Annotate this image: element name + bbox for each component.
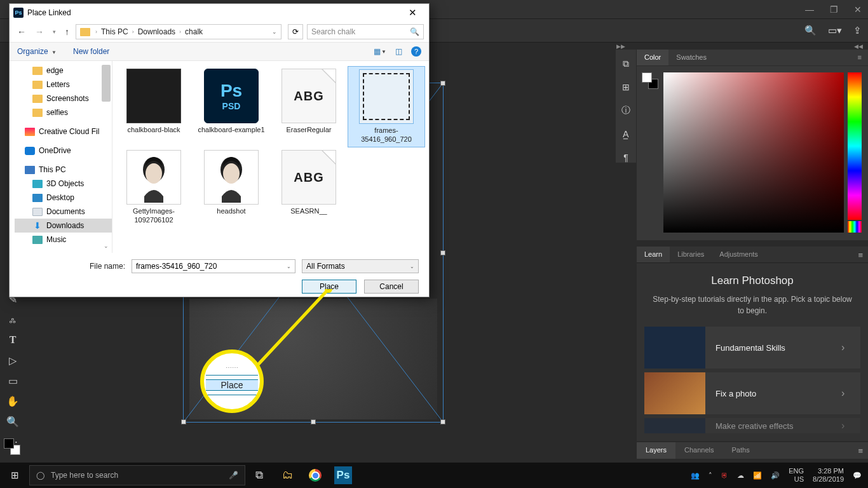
hand-tool[interactable]: ✋ [4,394,22,408]
help-button[interactable]: ? [411,46,421,57]
tree-item[interactable]: selfies [15,105,112,119]
color-fg-bg[interactable] [642,72,658,89]
tree-item[interactable]: Letters [15,78,112,92]
nav-back-button[interactable]: ← [15,27,29,37]
paragraph-panel-icon[interactable]: ¶ [623,152,628,163]
volume-icon[interactable]: 🔊 [771,471,780,480]
search-icon[interactable]: 🔍 [804,25,817,36]
character-panel-icon[interactable]: A̲ [623,129,629,140]
clock[interactable]: 3:28 PM8/28/2019 [813,467,844,484]
file-grid[interactable]: chalkboard-blackPsPSDchalkboard-example1… [112,61,429,253]
file-item[interactable]: headshot [193,147,270,229]
view-mode-button[interactable]: ▦ ▼ [374,47,386,56]
place-button[interactable]: Place [302,280,356,294]
lesson-item[interactable]: Fix a photo › [644,372,860,414]
start-button[interactable]: ⊞ [0,470,29,481]
restore-button[interactable]: ❐ [830,4,838,15]
refresh-button[interactable]: ⟳ [288,24,303,39]
new-folder-button[interactable]: New folder [73,47,109,56]
chrome-taskbar[interactable] [301,463,329,488]
tab-learn[interactable]: Learn [637,247,670,262]
minimize-button[interactable]: — [805,4,814,15]
panel-menu-icon[interactable]: ≡ [858,250,863,260]
file-item[interactable]: GettyImages-1092706102 [115,147,193,229]
path-select-tool[interactable]: ▷ [4,353,22,367]
tab-swatches[interactable]: Swatches [668,50,714,65]
tree-scrollbar[interactable] [102,65,111,102]
fg-bg-swatch[interactable] [4,438,20,455]
tab-layers[interactable]: Layers [637,442,675,459]
file-item[interactable]: ABGSEASRN__ [270,147,348,229]
wifi-icon[interactable]: 📶 [753,471,762,480]
crumb-chalk[interactable]: chalk [185,27,203,36]
panel-collapse-icon[interactable]: ▶▶ [616,43,625,50]
tree-item[interactable]: This PC [15,163,112,177]
properties-panel-icon[interactable]: ⊞ [622,82,630,92]
system-tray[interactable]: 👥 ˄ ⛨ ☁ 📶 🔊 ENGUS 3:28 PM8/28/2019 💬 [691,467,868,484]
format-filter-select[interactable]: All Formats⌄ [302,259,419,273]
search-field[interactable]: Search chalk 🔍 [307,24,424,39]
zoom-tool[interactable]: 🔍 [4,414,22,428]
panel-menu-icon[interactable]: ≡ [851,50,868,65]
brush-tool[interactable]: ஃ [4,313,22,327]
dialog-close-button[interactable]: ✕ [400,7,425,18]
mic-icon[interactable]: 🎤 [229,471,238,480]
tab-channels[interactable]: Channels [675,442,722,459]
dialog-titlebar[interactable]: Ps Place Linked ✕ [10,4,429,22]
crumb-dropdown[interactable]: ⌄ [272,29,277,35]
onedrive-tray-icon[interactable]: ☁ [737,471,744,480]
organize-menu[interactable]: Organize ▼ [17,47,57,56]
tab-paths[interactable]: Paths [723,442,759,459]
task-view-button[interactable]: ⧉ [245,463,273,488]
lesson-item[interactable]: Fundamental Skills › [644,327,860,369]
tree-item[interactable]: Desktop [15,191,112,205]
tree-item[interactable]: 3D Objects [15,177,112,191]
workspace-switcher[interactable]: ▭▾ [828,25,842,36]
language-indicator[interactable]: ENGUS [789,467,804,484]
panel-collapse-icon[interactable]: ◀◀ [854,43,863,50]
cancel-button[interactable]: Cancel [364,280,419,294]
hue-slider[interactable] [848,72,862,220]
rectangle-tool[interactable]: ▭ [4,374,22,388]
file-item[interactable]: frames-35416_960_720 [348,66,425,147]
filename-input[interactable]: frames-35416_960_720⌄ [132,259,295,273]
panel-menu-icon[interactable]: ≡ [858,446,863,456]
file-item[interactable]: chalkboard-black [115,66,193,147]
tray-chevron[interactable]: ˄ [709,471,712,480]
tab-adjustments[interactable]: Adjustments [712,247,766,262]
tree-item[interactable]: edge [15,64,112,78]
tab-libraries[interactable]: Libraries [670,247,712,262]
tree-item[interactable]: Screenshots [15,92,112,105]
tree-item[interactable]: ⬇Downloads [15,219,112,233]
tree-item[interactable]: Creative Cloud Fil [15,125,112,139]
info-panel-icon[interactable]: ⓘ [621,105,630,116]
color-field[interactable] [663,72,844,233]
nav-up-button[interactable]: ↑ [62,27,72,37]
file-explorer-taskbar[interactable]: 🗂 [273,463,301,488]
tree-item[interactable]: OneDrive [15,144,112,158]
breadcrumb[interactable]: › This PC› Downloads› chalk ⌄ [76,24,281,39]
type-tool[interactable]: T [4,333,22,347]
tree-item[interactable]: Music [15,233,112,247]
hue-strip[interactable] [848,221,862,233]
tree-scroll-down[interactable]: ⌄ [102,241,111,250]
file-item[interactable]: PsPSDchalkboard-example1 [193,66,270,147]
photoshop-taskbar[interactable]: Ps [329,463,357,488]
crumb-thispc[interactable]: This PC [101,27,128,36]
crumb-downloads[interactable]: Downloads [138,27,175,36]
preview-pane-button[interactable]: ◫ [395,47,402,56]
tree-item[interactable]: Documents [15,205,112,219]
lesson-item[interactable]: Make creative effects › [644,418,860,433]
taskbar-search[interactable]: ◯ Type here to search 🎤 [29,465,245,485]
share-icon[interactable]: ⇪ [853,25,862,36]
notifications-icon[interactable]: 💬 [853,471,862,480]
close-app-button[interactable]: ✕ [854,4,862,15]
nav-forward-button[interactable]: → [32,27,46,37]
people-icon[interactable]: 👥 [691,471,700,480]
nav-recent-dropdown[interactable]: ▾ [50,29,58,35]
folder-tree[interactable]: ⌄ edgeLettersScreenshotsselfiesCreative … [10,61,112,253]
history-panel-icon[interactable]: ⧉ [623,58,629,69]
file-item[interactable]: ABGEraserRegular [270,66,348,147]
tab-color[interactable]: Color [637,50,668,65]
security-icon[interactable]: ⛨ [721,471,728,479]
